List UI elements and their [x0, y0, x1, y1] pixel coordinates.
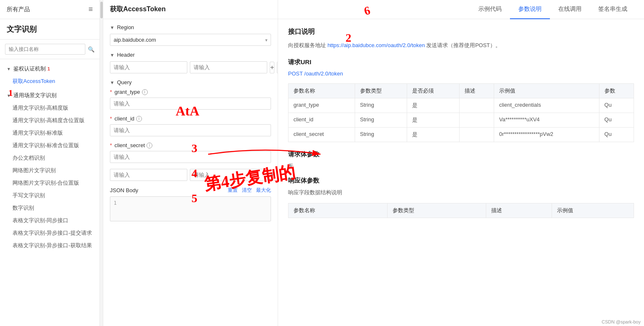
- tab-sign-gen-label: 签名串生成: [598, 5, 627, 13]
- resp-col-example: 示例值: [552, 203, 634, 218]
- header-key-input[interactable]: [110, 61, 187, 73]
- query-label: ▼ Query: [110, 79, 271, 85]
- client-id-input[interactable]: [110, 124, 271, 136]
- json-editor[interactable]: 1: [110, 196, 271, 221]
- nav-item-web[interactable]: 网络图片文字识别: [0, 164, 99, 177]
- tab-sign-gen[interactable]: 签名串生成: [590, 0, 636, 19]
- tab-online-call-label: 在线调用: [558, 5, 582, 13]
- nav-item-hd-pos[interactable]: 通用文字识别-高精度含位置版: [0, 114, 99, 127]
- region-section: ▼ Region aip.baidubce.com ▾: [110, 24, 271, 46]
- row1-name: grant_type: [288, 98, 355, 113]
- all-products-label: 所有产品: [7, 6, 30, 13]
- query-extra-row: + 🗑: [110, 169, 271, 181]
- nav-item-std-pos[interactable]: 通用文字识别-标准含位置版: [0, 139, 99, 152]
- json-body-actions: 重置 清空 最大化: [228, 187, 271, 194]
- query-extra-key-input[interactable]: [110, 169, 187, 181]
- params-table: 参数名称 参数类型 是否必须 描述 示例值 参数 grant_type Stri…: [288, 83, 634, 142]
- middle-panel: 获取AccessToken ▼ Region aip.baidubce.com …: [103, 0, 278, 326]
- json-body-label: JSON Body: [110, 187, 138, 193]
- json-reset-button[interactable]: 重置: [228, 187, 238, 194]
- middle-header: 获取AccessToken: [103, 0, 278, 19]
- resp-col-desc: 描述: [486, 203, 552, 218]
- nav-item-access-token[interactable]: 获取AccessToken: [0, 75, 99, 88]
- json-body-header: JSON Body 重置 清空 最大化: [110, 187, 271, 194]
- region-select[interactable]: aip.baidubce.com: [110, 34, 271, 46]
- nav-section-ocr-title[interactable]: ▼ 通用场景文字识别: [0, 89, 99, 102]
- client-secret-label: * client_secret i: [110, 142, 271, 148]
- section-auth-badge: 1: [47, 66, 50, 71]
- tab-online-call[interactable]: 在线调用: [550, 0, 590, 19]
- grant-type-label: * grant_type i: [110, 89, 271, 95]
- nav-item-digit[interactable]: 数字识别: [0, 202, 99, 214]
- row2-desc: [459, 113, 494, 127]
- middle-title: 获取AccessToken: [110, 5, 166, 13]
- sidebar-menu-icon[interactable]: ≡: [88, 5, 93, 14]
- nav-item-hd[interactable]: 通用文字识别-高精度版: [0, 102, 99, 114]
- request-body-none: 无: [288, 163, 634, 170]
- col-param-example: 示例值: [494, 83, 599, 98]
- nav-item-table-sync[interactable]: 表格文字识别-同步接口: [0, 214, 99, 227]
- client-secret-required: *: [110, 142, 112, 148]
- header-delete-button[interactable]: 🗑: [277, 62, 278, 73]
- row3-name: client_secret: [288, 127, 355, 142]
- json-clear-button[interactable]: 清空: [242, 187, 252, 194]
- sidebar-title-row: 文字识别: [0, 19, 99, 40]
- region-label-text: Region: [117, 24, 134, 30]
- arrow-icon-2: ▼: [7, 93, 11, 98]
- header-add-button[interactable]: +: [270, 62, 274, 73]
- grant-type-info-icon[interactable]: i: [142, 89, 148, 95]
- sidebar-header: 所有产品 ≡: [0, 0, 99, 19]
- tab-param-desc-label: 参数说明: [518, 5, 542, 13]
- grant-type-name: grant_type: [114, 89, 140, 95]
- row2-type: String: [355, 113, 407, 127]
- region-arrow: ▼: [110, 25, 114, 30]
- nav-section-auth-label: 鉴权认证机制: [13, 65, 46, 73]
- tab-example-code[interactable]: 示例代码: [470, 0, 510, 19]
- client-secret-input[interactable]: [110, 151, 271, 163]
- sidebar: 所有产品 ≡ 文字识别 🔍 ▼ 鉴权认证机制 1 获取AccessToken: [0, 0, 100, 326]
- nav-item-web-pos[interactable]: 网络图片文字识别-合位置版: [0, 177, 99, 189]
- nav-item-std[interactable]: 通用文字识别-标准版: [0, 127, 99, 139]
- row3-required: 是: [407, 127, 460, 142]
- row1-param: Qu: [599, 98, 634, 113]
- arrow-icon: ▼: [7, 67, 11, 71]
- nav-item-doc[interactable]: 办公文档识别: [0, 152, 99, 164]
- search-input[interactable]: [5, 44, 85, 55]
- row2-example: Va**********uXV4: [494, 113, 599, 127]
- query-add-button[interactable]: +: [270, 169, 274, 181]
- region-label: ▼ Region: [110, 24, 271, 30]
- client-id-label: * client_id i: [110, 115, 271, 122]
- client-secret-field: * client_secret i: [110, 142, 271, 163]
- nav-item-handwrite[interactable]: 手写文字识别: [0, 189, 99, 202]
- interface-desc-heading: 接口说明: [288, 28, 634, 36]
- col-param-desc: 描述: [459, 83, 494, 98]
- grant-type-input[interactable]: [110, 98, 271, 110]
- auth-url-link[interactable]: https://aip.baidubce.com/oauth/2.0/token: [328, 42, 425, 48]
- search-icon[interactable]: 🔍: [88, 46, 94, 53]
- resp-col-type: 参数类型: [387, 203, 486, 218]
- tab-example-code-label: 示例代码: [478, 5, 502, 13]
- request-uri-heading: 请求URI: [288, 58, 634, 66]
- tab-param-desc[interactable]: 参数说明: [510, 0, 550, 19]
- nav-item-table-async-submit[interactable]: 表格文字识别-异步接口-提交请求: [0, 227, 99, 239]
- json-maximize-button[interactable]: 最大化: [256, 187, 271, 194]
- row3-desc: [459, 127, 494, 142]
- row2-required: 是: [407, 113, 460, 127]
- client-secret-info-icon[interactable]: i: [147, 143, 152, 148]
- scrollbar-thumb[interactable]: [100, 2, 103, 18]
- nav-item-table-async-get[interactable]: 表格文字识别-异步接口-获取结果: [0, 239, 99, 252]
- resp-col-name: 参数名称: [288, 203, 388, 218]
- query-arrow: ▼: [110, 80, 114, 85]
- right-container: 示例代码 参数说明 在线调用 签名串生成 接口说明 向授权服务地址 https:…: [278, 0, 644, 326]
- query-extra-value-input[interactable]: [190, 169, 267, 181]
- header-value-input[interactable]: [190, 61, 267, 73]
- client-secret-name: client_secret: [114, 142, 145, 148]
- client-id-info-icon[interactable]: i: [136, 116, 142, 122]
- scrollbar-divider: [100, 0, 103, 326]
- grant-type-required: *: [110, 89, 112, 95]
- client-id-required: *: [110, 115, 112, 122]
- nav-section-auth-title[interactable]: ▼ 鉴权认证机制 1: [0, 63, 99, 75]
- middle-body: ▼ Region aip.baidubce.com ▾ ▼ Header: [103, 19, 278, 326]
- query-delete-button[interactable]: 🗑: [277, 169, 278, 181]
- header-label-text: Header: [117, 52, 135, 58]
